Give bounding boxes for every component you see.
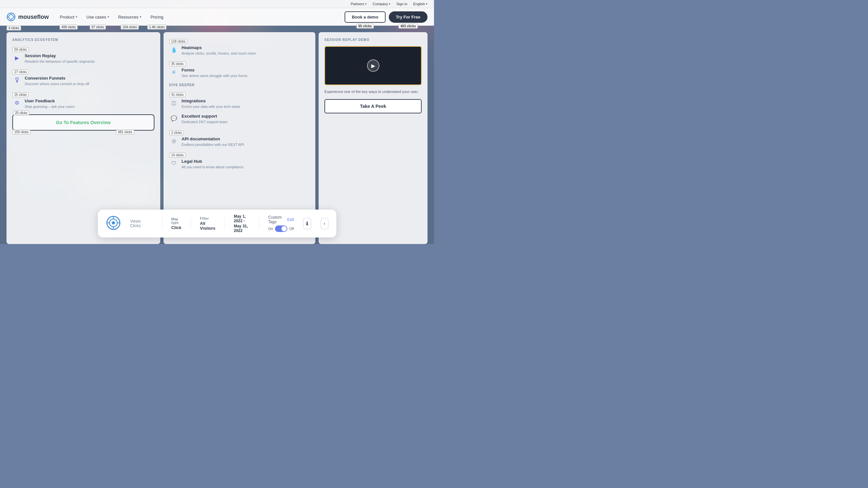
excellent-support-desc: Dedicated 24/7 support team [182, 120, 227, 124]
session-replay-content: Session Replay Rewatch the behaviour of … [25, 53, 95, 64]
api-docs-section: 2 clicks ◎ API documentation Endless pos… [169, 129, 310, 147]
session-replay-demo-title: SESSION REPLAY DEMO [324, 38, 422, 41]
nav-pricing-label: Pricing [151, 14, 163, 20]
integrations-desc: Enrich your data with your tech stack [182, 104, 240, 109]
logo-text: mouseflow [18, 14, 49, 21]
try-free-label: Try For Free [396, 14, 420, 20]
toolbar-divider-4 [259, 218, 259, 229]
user-feedback-content: User Feedback Stop guessing – ask your u… [25, 98, 74, 109]
nav-use-cases-label: Use cases [87, 14, 106, 20]
try-for-free-button[interactable]: Try For Free 403 clicks [389, 11, 428, 23]
back-icon: ‹ [323, 221, 325, 226]
nav-product-label: Product [60, 14, 74, 20]
custom-tags-area: Custom Tags Edit On Off [268, 215, 294, 232]
take-peek-label: Take A Peek [360, 104, 386, 109]
excellent-support-title: Excellent support [182, 114, 227, 119]
toolbar-map-type[interactable]: Map type Click [171, 217, 181, 230]
back-button[interactable]: ‹ [320, 218, 328, 229]
user-feedback-icon: ⚙ [12, 98, 22, 107]
excellent-support-item[interactable]: 💬 Excellent support Dedicated 24/7 suppo… [169, 114, 310, 124]
toolbar-divider-1 [162, 218, 162, 229]
features-overview-button[interactable]: 25 clicks Go To Features Overview 159 cl… [12, 115, 154, 131]
company-arrow-icon: ▾ [389, 2, 391, 5]
toolbar-date-start: May 1, 2022 - [234, 214, 250, 223]
legal-hub-item[interactable]: 🛡 Legal Hub All you need to know about c… [169, 159, 310, 170]
session-replay-title: Session Replay [25, 53, 95, 58]
forms-section: 35 clicks ≡ Forms See where users strugg… [169, 60, 310, 78]
toggle-off-label: Off [289, 227, 294, 231]
session-replay-badge: 59 clicks [12, 47, 29, 52]
toolbar-filter[interactable]: Filter All Visitors [200, 217, 215, 231]
sign-in-label: Sign in [396, 2, 407, 6]
heatmaps-section: 118 clicks 💧 Heatmaps Analyse clicks, sc… [169, 38, 310, 56]
features-overview-mid-badge: 481 clicks [116, 130, 134, 134]
download-button[interactable]: ⬇ [303, 218, 311, 229]
partners-label: Partners [351, 2, 365, 6]
legal-hub-badge: 14 clicks [169, 153, 186, 158]
toolbar-filter-label: Filter [200, 217, 215, 220]
toolbar-divider-2 [190, 218, 191, 229]
top-bar: Partners ▾ Company ▾ Sign in English ▾ [0, 0, 434, 8]
session-replay-item[interactable]: ▶ Session Replay Rewatch the behaviour o… [12, 53, 154, 64]
nav-resources-arrow-icon: ▾ [140, 15, 142, 19]
legal-hub-desc: All you need to know about compliance [182, 165, 244, 170]
custom-tags-edit-link[interactable]: Edit [287, 217, 294, 222]
integrations-section: 41 clicks ◫ Integrations Enrich your dat… [169, 91, 310, 109]
features-overview-label: Go To Features Overview [56, 120, 111, 125]
integrations-item[interactable]: ◫ Integrations Enrich your data with you… [169, 98, 310, 109]
toolbar-logo-area [105, 215, 121, 232]
sign-in-link[interactable]: Sign in [396, 2, 407, 6]
nav-use-cases-arrow-icon: ▾ [107, 15, 109, 19]
heatmaps-content: Heatmaps Analyse clicks, scrolls, hovers… [182, 45, 256, 56]
play-button[interactable]: ▶ [367, 60, 379, 72]
company-menu[interactable]: Company ▾ [373, 2, 391, 6]
excellent-support-section: 💬 Excellent support Dedicated 24/7 suppo… [169, 114, 310, 124]
forms-item[interactable]: ≡ Forms See where users struggle with yo… [169, 68, 310, 78]
heatmaps-title: Heatmaps [182, 45, 256, 50]
api-docs-title: API documentation [182, 136, 244, 141]
integrations-badge: 41 clicks [169, 92, 186, 97]
api-docs-item[interactable]: ◎ API documentation Endless possibilitie… [169, 136, 310, 147]
integrations-content: Integrations Enrich your data with your … [182, 98, 240, 109]
user-feedback-section: 25 clicks ⚙ User Feedback Stop guessing … [12, 91, 154, 109]
take-peek-button[interactable]: Take A Peek [324, 99, 422, 113]
page-overlay: Partners ▾ Company ▾ Sign in English ▾ m [0, 0, 434, 244]
toolbar-filter-value: All Visitors [200, 221, 215, 231]
excellent-support-icon: 💬 [169, 114, 179, 123]
api-docs-desc: Endless possibilities with our REST API [182, 142, 244, 147]
excellent-support-content: Excellent support Dedicated 24/7 support… [182, 114, 227, 124]
toolbar-map-type-value: Click [171, 225, 181, 230]
legal-hub-icon: 🛡 [169, 159, 179, 168]
language-menu[interactable]: English ▾ [413, 2, 428, 6]
heatmaps-icon: 💧 [169, 45, 179, 54]
custom-tags-label: Custom Tags [268, 215, 284, 224]
logo-click-badge: 4 clicks [6, 26, 21, 31]
conversion-funnels-item[interactable]: ⊽ Conversion Funnels Discover where user… [12, 76, 154, 87]
api-docs-badge: 2 clicks [169, 130, 184, 135]
nav-resources[interactable]: Resources ▾ 104 clicks [114, 8, 146, 26]
nav-product[interactable]: Product ▾ 499 clicks [55, 8, 82, 26]
user-feedback-item[interactable]: ⚙ User Feedback Stop guessing – ask your… [12, 98, 154, 109]
language-label: English [413, 2, 425, 6]
nav-pricing[interactable]: Pricing 1.4K clicks [146, 8, 168, 26]
heatmaps-item[interactable]: 💧 Heatmaps Analyse clicks, scrolls, hove… [169, 45, 310, 56]
book-demo-badge: 65 clicks [356, 24, 374, 29]
nav-use-cases[interactable]: Use cases ▾ 97 clicks [82, 8, 114, 26]
toolbar-date-range[interactable]: May 1, 2022 - May 31, 2022 [234, 214, 250, 233]
user-feedback-desc: Stop guessing – ask your users [25, 104, 74, 109]
api-docs-content: API documentation Endless possibilities … [182, 136, 244, 147]
heatmaps-desc: Analyse clicks, scrolls, hovers, and muc… [182, 51, 256, 56]
custom-tags-toggle[interactable] [275, 226, 287, 232]
session-replay-icon: ▶ [12, 53, 22, 62]
bottom-toolbar: Views: Clicks: Map type Click Filter All… [97, 209, 336, 237]
logo-area[interactable]: mouseflow [6, 12, 49, 22]
video-thumbnail[interactable]: ▶ [324, 46, 422, 85]
book-demo-button[interactable]: Book a demo 65 clicks [345, 11, 385, 23]
download-icon: ⬇ [305, 221, 309, 227]
nav-pricing-badge: 1.4K clicks [147, 25, 167, 30]
nav-product-arrow-icon: ▾ [76, 15, 78, 19]
mouseflow-logo-icon [6, 12, 16, 22]
integrations-icon: ◫ [169, 98, 179, 107]
forms-content: Forms See where users struggle with your… [182, 68, 247, 78]
partners-menu[interactable]: Partners ▾ [351, 2, 367, 6]
